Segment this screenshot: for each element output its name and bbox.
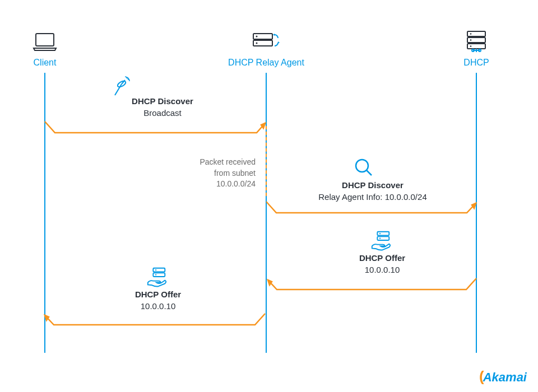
svg-point-19 — [356, 160, 368, 172]
lifeline-client — [44, 73, 45, 353]
msg-offer-1: DHCP Offer 10.0.0.10 — [343, 252, 421, 276]
arrow-client-to-relay — [44, 120, 268, 143]
svg-point-30 — [155, 274, 156, 276]
msg-offer-2-sub: 10.0.0.10 — [141, 301, 176, 311]
svg-point-3 — [256, 36, 258, 38]
svg-point-4 — [256, 43, 258, 44]
akamai-logo: Akamai — [479, 368, 527, 385]
svg-point-25 — [379, 238, 381, 239]
arrow-relay-to-client — [44, 312, 268, 334]
actor-dhcp: DHCP — [460, 31, 493, 68]
arrow-dhcp-to-relay — [267, 277, 479, 298]
magnifier-icon — [353, 157, 375, 179]
relay-processing-line — [266, 126, 267, 196]
note-line1: Packet received — [200, 157, 256, 166]
msg-discover-2-title: DHCP Discover — [342, 180, 404, 190]
server-icon — [462, 31, 490, 53]
msg-discover-1-title: DHCP Discover — [132, 96, 193, 106]
svg-point-24 — [379, 233, 381, 234]
svg-line-15 — [115, 84, 122, 95]
msg-offer-1-sub: 10.0.0.10 — [365, 265, 400, 274]
msg-discover-2: DHCP Discover Relay Agent Info: 10.0.0.0… — [311, 179, 434, 203]
note-line3: 10.0.0.0/24 — [216, 179, 256, 188]
antenna-icon — [109, 76, 132, 98]
actor-relay: DHCP Relay Agent — [219, 31, 314, 68]
note-line2: from subnet — [214, 169, 256, 178]
svg-rect-27 — [153, 268, 165, 272]
svg-rect-0 — [36, 34, 54, 46]
svg-point-10 — [470, 33, 472, 35]
svg-point-12 — [470, 45, 472, 47]
hand-server-icon-1 — [370, 230, 392, 252]
hand-server-icon-2 — [146, 266, 168, 288]
packet-note: Packet received from subnet 10.0.0.0/24 — [188, 157, 256, 190]
actor-client: Client — [28, 31, 62, 68]
actor-client-label: Client — [28, 58, 62, 68]
svg-rect-23 — [377, 236, 389, 240]
msg-discover-1: DHCP Discover Broadcast — [123, 95, 202, 119]
svg-marker-5 — [273, 34, 275, 36]
svg-rect-28 — [153, 273, 165, 277]
msg-discover-1-sub: Broadcast — [143, 108, 182, 118]
svg-rect-22 — [377, 232, 389, 236]
msg-offer-2: DHCP Offer 10.0.0.10 — [119, 288, 197, 312]
relay-server-icon — [252, 31, 280, 53]
msg-offer-2-title: DHCP Offer — [135, 290, 181, 299]
arrow-relay-to-dhcp — [266, 200, 478, 222]
svg-point-11 — [470, 39, 472, 41]
actor-dhcp-label: DHCP — [460, 58, 493, 68]
msg-offer-1-title: DHCP Offer — [359, 253, 405, 263]
laptop-icon — [31, 31, 59, 53]
actor-relay-label: DHCP Relay Agent — [219, 58, 314, 68]
svg-line-20 — [367, 170, 372, 175]
dhcp-relay-sequence-diagram: Client DHCP Relay Agent DHCP DHCP Discov… — [0, 0, 538, 392]
svg-point-29 — [155, 269, 156, 270]
svg-marker-6 — [278, 41, 280, 44]
